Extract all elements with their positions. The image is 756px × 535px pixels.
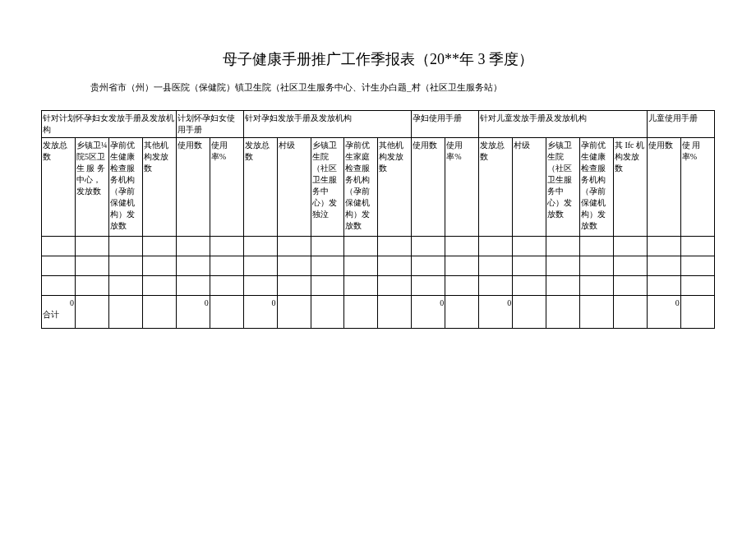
total-col-19: 0 <box>647 296 680 329</box>
header-col-3: 孕前优生健康检查服务机构（孕前保健机构）发放数 <box>108 138 142 237</box>
header-col-4: 其他机构发放数 <box>142 138 176 237</box>
header-col-12: 使用数 <box>412 138 445 237</box>
total-col-14: 0 <box>479 296 513 329</box>
header-col-19: 使用数 <box>647 138 680 237</box>
total-row: 0 合计 0 0 0 0 0 <box>42 296 715 329</box>
header-col-13: 使用率% <box>445 138 479 237</box>
header-col-18: 其 Ifc 机构发放数 <box>613 138 647 237</box>
total-label: 合计 <box>43 309 74 321</box>
page-subtitle: 贵州省市（州）一县医院（保健院）镇卫生院（社区卫生服务中心、计生办白题_村（社区… <box>41 81 715 94</box>
header-group-2: 计划怀孕妇女使用手册 <box>176 111 243 138</box>
header-col-6: 使用率% <box>210 138 243 237</box>
page-title: 母子健康手册推广工作季报表（20**年 3 季度） <box>41 49 715 69</box>
report-table: 针对计划怀孕妇女发放手册及发放机构 计划怀孕妇女使用手册 针对孕妇发放手册及发放… <box>41 110 715 329</box>
header-col-10: 孕前优生家庭检查服务机构（孕前保健机构）发放数 <box>344 138 378 237</box>
header-col-9: 乡镇卫生院（社区卫生服务中心）发独泣 <box>311 138 344 237</box>
header-col-16: 乡镇卫生院（社区卫生服务中心）发放数 <box>546 138 580 237</box>
header-col-2: 乡镇卫¼院5区卫生 服 务中心，发放数 <box>75 138 108 237</box>
header-group-6: 儿童使用手册 <box>647 111 714 138</box>
header-col-15: 村级 <box>513 138 546 237</box>
total-col-12: 0 <box>412 296 445 329</box>
table-row <box>42 256 715 276</box>
header-group-4: 孕妇使用手册 <box>412 111 479 138</box>
total-col-7: 0 <box>243 296 277 329</box>
table-row <box>42 276 715 296</box>
header-col-11: 其他机构发放数 <box>378 138 412 237</box>
header-col-17: 孕前优生健康检查服务机构（孕前保健机构）发放数 <box>580 138 614 237</box>
header-col-5: 使用数 <box>176 138 210 237</box>
table-row <box>42 237 715 256</box>
total-col-5: 0 <box>176 296 210 329</box>
header-group-3: 针对孕妇发放手册及发放机构 <box>243 111 412 138</box>
header-col-7: 发放总数 <box>243 138 277 237</box>
header-group-1: 针对计划怀孕妇女发放手册及发放机构 <box>42 111 177 138</box>
header-col-8: 村级 <box>277 138 311 237</box>
header-col-20: 使 用 率% <box>680 138 714 237</box>
header-col-1: 发放总数 <box>42 138 76 237</box>
total-col-1: 0 合计 <box>42 296 76 329</box>
header-group-5: 针对儿童发放手册及发放机构 <box>479 111 648 138</box>
header-col-14: 发放总数 <box>479 138 513 237</box>
